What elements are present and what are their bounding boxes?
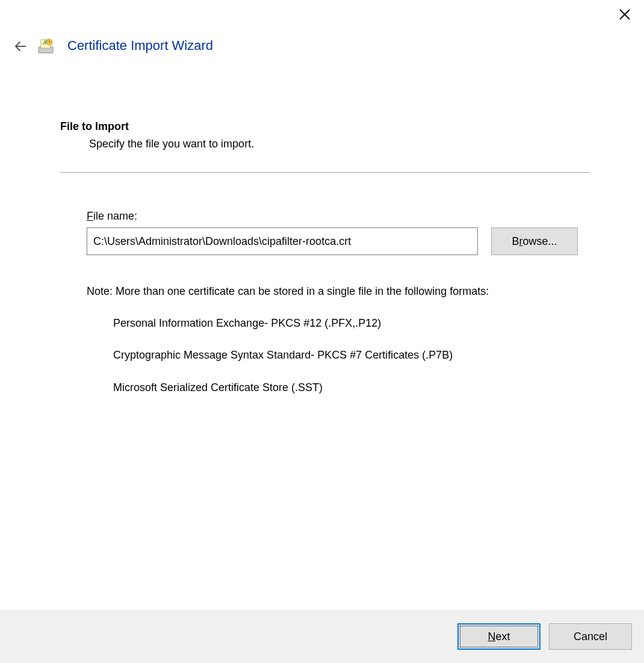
close-icon[interactable]: [619, 8, 631, 20]
back-arrow-icon[interactable]: [13, 39, 26, 52]
next-button[interactable]: Next: [457, 623, 540, 650]
certificate-wizard-icon: [37, 36, 57, 55]
wizard-header: Certificate Import Wizard: [0, 30, 644, 55]
format-item: Microsoft Serialized Certificate Store (…: [113, 380, 590, 395]
format-item: Personal Information Exchange- PKCS #12 …: [113, 316, 590, 331]
footer: Next Cancel: [0, 610, 644, 663]
cancel-button[interactable]: Cancel: [549, 623, 632, 650]
content-area: File to Import Specify the file you want…: [0, 55, 644, 395]
file-name-input[interactable]: [87, 227, 478, 255]
section-title: File to Import: [60, 120, 590, 133]
wizard-title: Certificate Import Wizard: [67, 38, 213, 54]
format-item: Cryptographic Message Syntax Standard- P…: [113, 348, 590, 363]
browse-button[interactable]: Browse...: [491, 227, 578, 255]
section-subtitle: Specify the file you want to import.: [89, 138, 590, 150]
note-formats: Personal Information Exchange- PKCS #12 …: [113, 316, 590, 395]
note-text: Note: More than one certificate can be s…: [87, 284, 590, 395]
file-name-label: File name:: [87, 210, 590, 223]
titlebar: [0, 0, 644, 30]
divider: [60, 172, 590, 173]
note-intro: Note: More than one certificate can be s…: [87, 284, 590, 299]
